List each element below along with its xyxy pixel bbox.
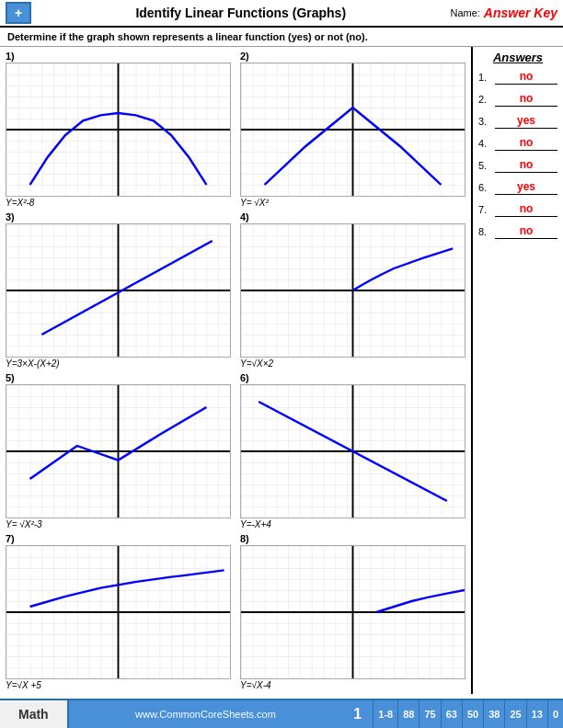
- stat-38: 38: [483, 700, 504, 728]
- answer-item-8: 8.no: [478, 224, 557, 239]
- stat-range: 1-8: [373, 700, 397, 728]
- answer-value-5: no: [495, 158, 557, 173]
- answer-value-6: yes: [495, 180, 557, 195]
- graph-number-3: 3): [6, 211, 231, 222]
- graph-number-1: 1): [6, 51, 231, 62]
- graph-canvas-1: [6, 63, 231, 197]
- graph-number-6: 6): [240, 372, 465, 383]
- graph-number-7: 7): [6, 533, 231, 544]
- answer-item-5: 5.no: [478, 158, 557, 173]
- footer-page: 1: [342, 706, 373, 722]
- answer-num-6: 6.: [478, 182, 495, 193]
- answer-value-1: no: [495, 70, 557, 85]
- answer-num-8: 8.: [478, 226, 495, 237]
- graph-item-7: 7) Y=√X +5: [6, 533, 231, 690]
- answer-num-7: 7.: [478, 204, 495, 215]
- answer-item-4: 4.no: [478, 136, 557, 151]
- graph-canvas-4: [240, 223, 465, 358]
- stat-63: 63: [441, 700, 462, 728]
- graph-canvas-2: [240, 63, 465, 197]
- graph-label-1: Y=X²-8: [6, 198, 231, 208]
- stat-25: 25: [504, 700, 525, 728]
- stat-75: 75: [419, 700, 440, 728]
- answer-value-8: no: [495, 224, 557, 239]
- instructions: Determine if the graph shown represents …: [0, 28, 563, 47]
- answer-num-3: 3.: [478, 116, 495, 127]
- graph-item-3: 3) Y=3×X-(X+2): [6, 211, 231, 369]
- graph-item-6: 6) Y=-X+4: [240, 372, 465, 529]
- answer-item-6: 6.yes: [478, 180, 557, 195]
- graph-number-2: 2): [240, 51, 465, 62]
- graph-item-8: 8) Y=√X-4: [240, 533, 465, 690]
- answer-item-2: 2.no: [478, 92, 557, 107]
- graph-label-2: Y= √X²: [240, 198, 465, 208]
- answer-item-3: 3.yes: [478, 114, 557, 129]
- graph-label-6: Y=-X+4: [240, 519, 465, 529]
- graph-label-5: Y= √X²-3: [6, 519, 231, 529]
- stat-88: 88: [397, 700, 419, 728]
- answers-title: Answers: [478, 51, 557, 64]
- graph-label-7: Y=√X +5: [6, 680, 231, 690]
- answer-item-7: 7.no: [478, 202, 557, 217]
- footer-math-label: Math: [0, 700, 69, 728]
- logo: +: [6, 2, 31, 24]
- main-content: 1) Y=X²-8: [0, 47, 563, 694]
- graph-label-4: Y=√X×2: [240, 358, 465, 369]
- answer-value-4: no: [495, 136, 557, 151]
- answers-panel: Answers 1.no2.no3.yes4.no5.no6.yes7.no8.…: [471, 47, 563, 694]
- graph-canvas-7: [6, 545, 231, 679]
- footer: Math www.CommonCoreSheets.com 1 1-8 88 7…: [0, 699, 563, 728]
- graph-canvas-6: [240, 384, 465, 518]
- name-label: Name:: [450, 7, 479, 18]
- graph-canvas-8: [240, 545, 465, 679]
- graph-canvas-5: [6, 384, 231, 518]
- graph-number-4: 4): [240, 211, 465, 222]
- stat-13: 13: [526, 700, 547, 728]
- answer-value-2: no: [495, 92, 557, 107]
- graph-item-1: 1) Y=X²-8: [6, 51, 231, 208]
- answers-list: 1.no2.no3.yes4.no5.no6.yes7.no8.no: [478, 70, 557, 239]
- graph-label-3: Y=3×X-(X+2): [6, 358, 231, 369]
- answer-item-1: 1.no: [478, 70, 557, 85]
- page-title: Identify Linear Functions (Graphs): [31, 6, 450, 20]
- stat-50: 50: [462, 700, 483, 728]
- graph-canvas-3: [6, 223, 231, 358]
- answer-num-1: 1.: [478, 72, 495, 83]
- graph-item-5: 5) Y= √X²-3: [6, 372, 231, 529]
- answer-num-5: 5.: [478, 160, 495, 171]
- answer-value-7: no: [495, 202, 557, 217]
- graph-item-2: 2) Y= √X²: [240, 51, 465, 208]
- answer-num-4: 4.: [478, 138, 495, 149]
- answer-value-3: yes: [495, 114, 557, 129]
- stat-0: 0: [547, 700, 563, 728]
- graph-number-8: 8): [240, 533, 465, 544]
- footer-url: www.CommonCoreSheets.com: [69, 709, 343, 720]
- graph-label-8: Y=√X-4: [240, 680, 465, 690]
- answer-num-2: 2.: [478, 94, 495, 105]
- graph-item-4: 4) Y=√X×2: [240, 211, 465, 369]
- answer-key-label: Answer Key: [484, 6, 557, 20]
- graphs-area: 1) Y=X²-8: [0, 47, 471, 694]
- graph-number-5: 5): [6, 372, 231, 383]
- stat-range-val: 1-8: [378, 709, 393, 720]
- footer-stats: 1-8 88 75 63 50 38 25 13 0: [373, 700, 563, 728]
- header: + Identify Linear Functions (Graphs) Nam…: [0, 0, 563, 28]
